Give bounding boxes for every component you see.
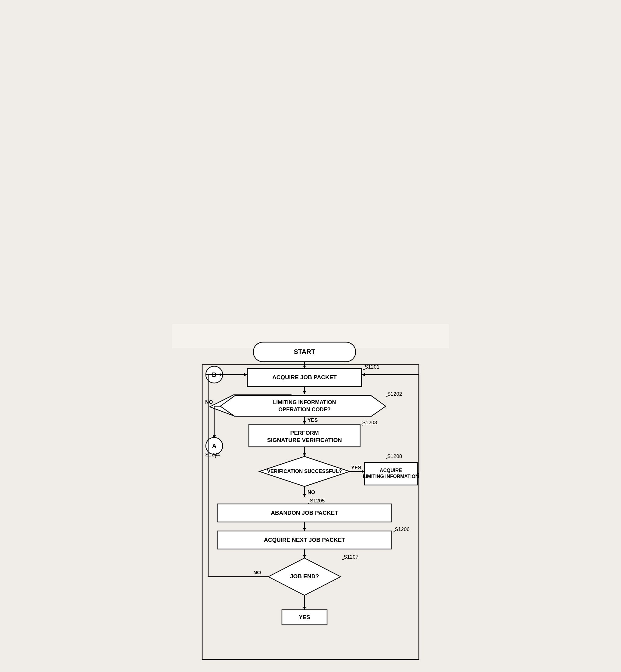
svg-text:S1206: S1206 xyxy=(395,527,410,532)
svg-text:JOB END?: JOB END? xyxy=(290,573,319,579)
svg-marker-13 xyxy=(303,391,306,394)
svg-text:S1204: S1204 xyxy=(205,452,220,458)
svg-text:OPERATION CODE?: OPERATION CODE? xyxy=(278,406,331,412)
svg-rect-41 xyxy=(365,462,417,485)
svg-marker-4 xyxy=(303,366,306,369)
svg-marker-14 xyxy=(210,395,315,416)
svg-marker-21 xyxy=(213,435,216,438)
svg-text:LIMITING INFORMATION: LIMITING INFORMATION xyxy=(273,399,336,405)
svg-text:S1207: S1207 xyxy=(343,554,358,560)
svg-marker-38 xyxy=(362,470,365,473)
svg-text:ACQUIRE NEXT JOB PACKET: ACQUIRE NEXT JOB PACKET xyxy=(264,537,345,543)
svg-marker-33 xyxy=(303,453,306,456)
diagram-container: START B ACQUIRE JOB PACKET S1201 xyxy=(172,324,449,348)
svg-text:NO: NO xyxy=(205,399,213,405)
svg-marker-34 xyxy=(259,456,349,487)
svg-marker-8 xyxy=(244,373,247,376)
svg-text:PERFORM: PERFORM xyxy=(290,430,319,436)
svg-text:S1201: S1201 xyxy=(365,364,379,370)
svg-rect-9 xyxy=(247,369,362,387)
svg-rect-0 xyxy=(202,365,419,659)
svg-text:START: START xyxy=(294,348,315,355)
svg-rect-28 xyxy=(249,424,360,447)
svg-rect-1 xyxy=(253,342,356,362)
svg-marker-26 xyxy=(303,421,306,424)
svg-rect-72 xyxy=(282,610,327,625)
svg-text:YES: YES xyxy=(299,614,310,620)
svg-rect-56 xyxy=(217,531,392,549)
svg-text:NO: NO xyxy=(253,570,261,576)
svg-marker-71 xyxy=(303,607,306,610)
svg-text:ABANDON JOB PACKET: ABANDON JOB PACKET xyxy=(271,510,338,516)
svg-text:VERIFICATION SUCCESSFUL?: VERIFICATION SUCCESSFUL? xyxy=(267,468,342,474)
svg-text:A: A xyxy=(212,443,216,449)
svg-text:NO: NO xyxy=(307,490,315,495)
svg-marker-47 xyxy=(362,373,365,376)
svg-text:S1202: S1202 xyxy=(387,391,402,397)
svg-text:S1203: S1203 xyxy=(362,420,377,425)
svg-marker-15 xyxy=(220,395,386,417)
svg-text:SIGNATURE VERIFICATION: SIGNATURE VERIFICATION xyxy=(267,437,342,443)
svg-marker-60 xyxy=(303,555,306,558)
svg-point-23 xyxy=(206,438,223,454)
svg-text:ACQUIRE: ACQUIRE xyxy=(380,468,402,473)
svg-marker-55 xyxy=(303,528,306,531)
svg-text:S1208: S1208 xyxy=(387,453,402,459)
svg-text:ACQUIRE JOB PACKET: ACQUIRE JOB PACKET xyxy=(272,374,337,380)
svg-text:LIMITING INFORMATION: LIMITING INFORMATION xyxy=(363,474,419,479)
diagram-svg: START B ACQUIRE JOB PACKET S1201 xyxy=(187,336,434,667)
svg-point-5 xyxy=(206,366,223,383)
svg-text:S1205: S1205 xyxy=(310,498,325,504)
svg-marker-69 xyxy=(220,373,223,376)
svg-marker-61 xyxy=(268,558,341,595)
svg-text:YES: YES xyxy=(351,465,361,471)
svg-marker-49 xyxy=(303,494,306,497)
svg-text:B: B xyxy=(212,371,216,378)
svg-text:YES: YES xyxy=(307,417,318,423)
svg-rect-52 xyxy=(217,504,392,522)
